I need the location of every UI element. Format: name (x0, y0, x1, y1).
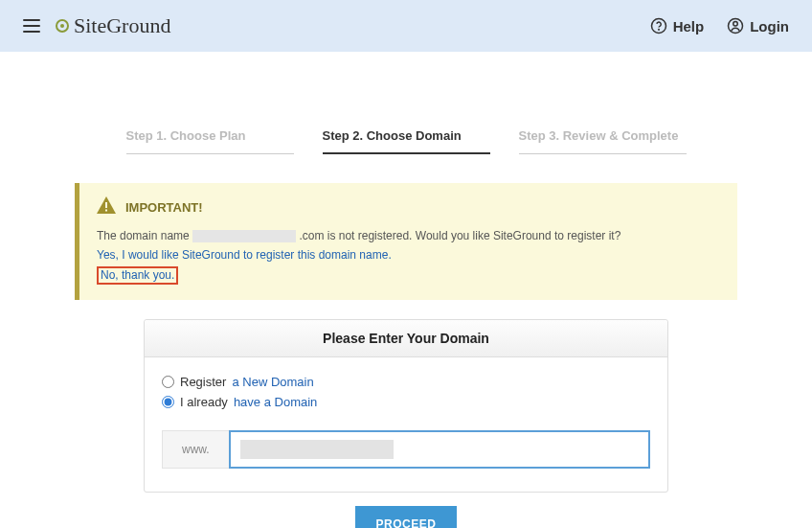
svg-rect-4 (105, 202, 107, 208)
step-2[interactable]: Step 2. Choose Domain (323, 128, 490, 154)
step-1[interactable]: Step 1. Choose Plan (126, 128, 294, 154)
login-link[interactable]: Login (727, 17, 789, 34)
proceed-button[interactable]: PROCEED (355, 506, 458, 528)
domain-input[interactable] (229, 430, 650, 469)
domain-placeholder (192, 230, 296, 242)
top-header: SiteGround Help Login (0, 0, 812, 52)
alert-text-before: The domain name (97, 229, 192, 242)
svg-rect-5 (105, 210, 107, 212)
menu-icon[interactable] (23, 19, 40, 33)
alert-body: The domain name .com is not registered. … (97, 226, 720, 285)
have-link-text: have a Domain (234, 395, 317, 409)
have-prefix: I already (180, 395, 228, 409)
domain-input-row: www. (162, 430, 650, 469)
svg-point-3 (733, 22, 738, 27)
help-link[interactable]: Help (650, 17, 705, 34)
login-label: Login (750, 18, 789, 34)
have-domain-option[interactable]: I already have a Domain (162, 395, 650, 409)
warning-icon (97, 196, 116, 218)
register-prefix: Register (180, 375, 226, 389)
svg-point-0 (651, 19, 665, 34)
alert-no-link[interactable]: No, thank you. (97, 266, 178, 286)
step-3[interactable]: Step 3. Review & Complete (519, 128, 687, 154)
alert-text-after: .com is not registered. Would you like S… (299, 229, 620, 242)
register-domain-option[interactable]: Register a New Domain (162, 375, 650, 389)
important-alert: IMPORTANT! The domain name .com is not r… (75, 183, 737, 300)
step-tabs: Step 1. Choose Plan Step 2. Choose Domai… (0, 128, 812, 154)
domain-input-value-placeholder (240, 440, 394, 459)
domain-panel-title: Please Enter Your Domain (145, 320, 667, 357)
help-label: Help (673, 18, 705, 34)
alert-title: IMPORTANT! (125, 200, 203, 215)
header-right: Help Login (650, 17, 789, 34)
header-left: SiteGround (23, 13, 170, 38)
brand-logo[interactable]: SiteGround (56, 13, 170, 38)
user-icon (727, 17, 744, 34)
domain-panel: Please Enter Your Domain Register a New … (144, 319, 668, 493)
logo-icon (56, 19, 69, 33)
proceed-wrap: PROCEED (0, 506, 812, 528)
alert-yes-link[interactable]: Yes, I would like SiteGround to register… (97, 245, 720, 264)
alert-header: IMPORTANT! (97, 196, 720, 218)
register-link-text: a New Domain (232, 375, 313, 389)
have-domain-radio[interactable] (162, 396, 174, 408)
brand-text: SiteGround (74, 13, 170, 38)
svg-point-1 (658, 29, 659, 30)
register-domain-radio[interactable] (162, 376, 174, 388)
domain-panel-body: Register a New Domain I already have a D… (145, 357, 667, 492)
www-prefix: www. (162, 430, 229, 469)
help-icon (650, 17, 667, 34)
